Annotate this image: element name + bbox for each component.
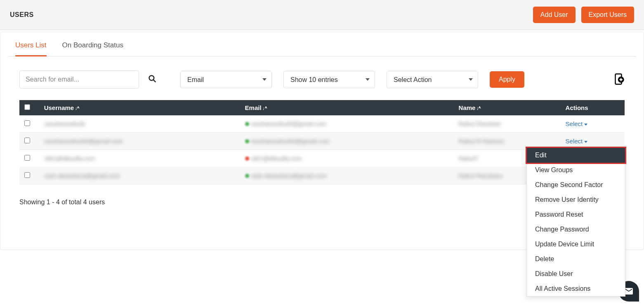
status-dot-icon [245,174,249,178]
select-all-header [19,100,39,115]
tab-onboarding-status[interactable]: On Boarding Status [62,41,123,56]
results-summary: Showing 1 - 4 of total 4 users [19,199,105,206]
search-icon[interactable] [148,75,156,85]
row-actions-select[interactable]: Select [566,138,588,145]
row-actions-select[interactable]: Select [566,120,588,127]
name-cell: Rahul Rasshars [459,172,503,179]
name-cell: RahulT [459,155,479,162]
action-select[interactable]: Select Action [387,71,478,88]
row-checkbox[interactable] [24,172,30,178]
search-input[interactable] [19,70,139,89]
tab-users-list[interactable]: Users List [15,41,47,56]
row-checkbox[interactable] [24,138,30,143]
select-all-checkbox[interactable] [24,104,30,110]
name-header-label: Name [459,104,476,111]
dropdown-item-update-device-limit[interactable]: Update Device Limit [527,237,625,252]
dropdown-item-change-password[interactable]: Change Password [527,222,625,237]
dropdown-item-remove-user-identity[interactable]: Remove User Identity [527,192,625,207]
dropdown-item-password-reset[interactable]: Password Reset [527,207,625,222]
filter-row: Email Show 10 entries Select Action Appl… [8,56,636,100]
email-cell: rash.darashara@gmail.com [251,172,327,179]
apply-button[interactable]: Apply [490,71,524,88]
header: USERS Add User Export Users [0,0,644,30]
dropdown-item-all-active-sessions[interactable]: All Active Sessions [527,281,625,296]
status-dot-icon [245,139,249,143]
dropdown-item-edit[interactable]: Edit [527,148,625,163]
name-cell: Rahul R Rastora [459,138,505,145]
actions-dropdown: EditView GroupsChange Second FactorRemov… [526,147,625,297]
table-header-row: Username↓ᴬ Email↓ᴬ Name↓ᴬ Actions [19,100,625,115]
dropdown-item-disable-user[interactable]: Disable User [527,267,625,281]
filter-type-select[interactable]: Email [180,71,272,88]
chevron-down-icon [584,124,587,126]
header-actions: Add User Export Users [533,7,634,23]
dropdown-item-delete[interactable]: Delete [527,252,625,267]
main-panel: Users List On Boarding Status Email Show… [0,32,644,250]
entries-select[interactable]: Show 10 entries [283,71,375,88]
row-checkbox[interactable] [24,120,30,126]
add-user-button[interactable]: Add User [533,7,576,23]
actions-header: Actions [561,100,625,115]
dropdown-item-change-second-factor[interactable]: Change Second Factor [527,178,625,192]
username-header[interactable]: Username↓ᴬ [39,100,240,115]
chevron-down-icon [584,141,587,143]
sort-icon: ↓ᴬ [262,105,267,111]
email-header-label: Email [245,104,262,111]
table-row: rasshararahul0rasshararahul0@gmail.comRa… [19,115,625,133]
row-checkbox[interactable] [24,155,30,161]
status-dot-icon [245,157,249,161]
page-title: USERS [10,11,34,19]
email-header[interactable]: Email↓ᴬ [240,100,454,115]
svg-point-0 [149,75,154,80]
name-header[interactable]: Name↓ᴬ [454,100,561,115]
tabs: Users List On Boarding Status [8,32,636,56]
sort-icon: ↓ᴬ [476,105,481,111]
dropdown-item-view-groups[interactable]: View Groups [527,163,625,178]
sort-icon: ↓ᴬ [75,105,79,111]
status-dot-icon [245,122,249,126]
username-header-label: Username [44,104,74,111]
svg-line-1 [153,80,156,82]
email-cell: rasshararahul40@gmail.com [251,138,330,145]
add-device-icon[interactable] [612,73,625,87]
users-table-container: Username↓ᴬ Email↓ᴬ Name↓ᴬ Actions rassha… [8,100,636,185]
username-cell: rash.darashara@gmail.com [44,172,120,179]
email-cell: rasshararahul0@gmail.com [251,120,327,127]
export-users-button[interactable]: Export Users [581,7,634,23]
name-cell: Rahul Rasshari [459,120,501,127]
username-cell: rasshararahul40@gmail.com [44,138,123,145]
username-cell: rd01@dbsulfy.com [44,155,95,162]
email-cell: rd01@dbsulfy.com [251,155,302,162]
username-cell: rasshararahul0 [44,120,85,127]
